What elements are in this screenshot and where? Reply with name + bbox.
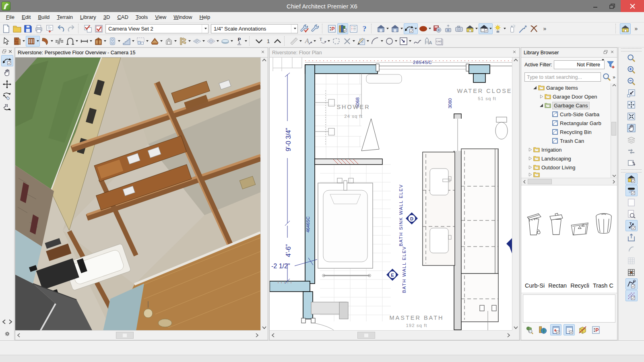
delete-tools-button[interactable]	[528, 23, 539, 34]
combo-arrow-icon[interactable]	[202, 25, 208, 33]
expander-closed-icon[interactable]	[528, 156, 532, 160]
menu-view[interactable]: View	[151, 13, 170, 21]
grid-snap-button[interactable]	[625, 267, 638, 278]
floorplan-panel-titlebar[interactable]: Riverstone: Floor Plan	[270, 48, 519, 58]
next-view-button[interactable]	[8, 319, 12, 326]
expander-closed-icon[interactable]	[528, 148, 532, 152]
library-float-button[interactable]	[603, 49, 608, 56]
roof-tool-button[interactable]	[149, 36, 163, 47]
tree-item-rectangular-garbage[interactable]: Rectangular Garb	[521, 119, 617, 128]
zoom-in-button[interactable]	[625, 64, 638, 75]
library-close-button[interactable]	[610, 49, 615, 56]
dormer-tool-button[interactable]	[163, 36, 178, 47]
save-camera-button[interactable]	[432, 23, 443, 34]
select-arrow-button[interactable]	[1, 36, 12, 47]
undo-zoom-button[interactable]	[625, 87, 638, 99]
tree-item-partial[interactable]	[521, 172, 617, 177]
menu-3d[interactable]: 3D	[100, 13, 114, 21]
delete-object-button[interactable]	[342, 36, 356, 47]
minimize-button[interactable]	[587, 0, 604, 12]
menu-window[interactable]: Window	[170, 13, 196, 21]
terrain-tool-button[interactable]	[220, 36, 234, 47]
wall-tool-button[interactable]	[12, 36, 26, 47]
tree-item-irrigation[interactable]: Irrigation	[521, 145, 617, 154]
select-objects-toggle-button[interactable]	[83, 23, 93, 34]
menu-terrain[interactable]: Terrain	[53, 13, 76, 21]
tree-item-trash-can[interactable]: Trash Can	[521, 136, 617, 145]
undo-button[interactable]	[55, 23, 66, 34]
window-tool-button[interactable]	[79, 36, 93, 47]
save-button[interactable]	[23, 23, 33, 34]
curb-side-can-drawing[interactable]	[525, 209, 543, 238]
dimension-tool-button[interactable]	[289, 36, 303, 47]
polyline-toggle-button[interactable]	[625, 278, 638, 290]
text-tool-button[interactable]	[303, 36, 317, 47]
rectangular-can-drawing[interactable]	[547, 210, 566, 238]
tree-item-outdoor-living[interactable]: Outdoor Living	[521, 163, 617, 172]
expander-open-icon[interactable]	[533, 86, 537, 90]
perspective-vertical-scrollbar[interactable]	[260, 58, 268, 330]
fill-window-button[interactable]	[625, 99, 638, 110]
electrical-tool-button[interactable]	[107, 36, 121, 47]
active-defaults-button[interactable]	[299, 23, 310, 34]
zoom-out-button[interactable]	[625, 76, 638, 87]
page-preview-button[interactable]	[625, 208, 638, 220]
tree-horizontal-scrollbar[interactable]	[521, 178, 617, 185]
camera-path-button[interactable]	[404, 23, 418, 34]
menu-library[interactable]: Library	[76, 13, 100, 21]
perspective-3d-canvas[interactable]	[15, 58, 260, 330]
grid-display-button[interactable]	[625, 255, 638, 266]
orthographic-view-button[interactable]	[376, 23, 390, 34]
combo-arrow-icon[interactable]	[291, 25, 297, 33]
exterior-view-button[interactable]	[464, 23, 479, 34]
edit-toggle-button[interactable]	[93, 23, 104, 34]
search-button[interactable]	[602, 72, 611, 82]
recycling-bin-drawing[interactable]	[570, 218, 590, 238]
floorplan-close-button[interactable]	[512, 49, 517, 56]
swap-views-button[interactable]	[625, 146, 638, 157]
spray-render-button[interactable]	[507, 23, 518, 34]
layers-button[interactable]	[625, 134, 638, 145]
box-tool-button[interactable]	[398, 36, 412, 47]
add-filter-button[interactable]	[606, 60, 615, 69]
curved-wall-tool-button[interactable]	[40, 36, 54, 47]
rays-toggle-button[interactable]	[625, 290, 638, 301]
zoom-tool-button[interactable]	[625, 52, 638, 64]
library-globe-button[interactable]	[537, 324, 548, 335]
tree-item-garage-items[interactable]: Garage Items	[521, 83, 617, 92]
floorplan-vertical-scrollbar[interactable]	[512, 58, 519, 330]
fixture-tool-button[interactable]	[135, 36, 149, 47]
wall-break-button[interactable]	[54, 36, 65, 47]
print-button[interactable]	[33, 23, 44, 34]
help-button[interactable]	[359, 23, 370, 34]
point-marker-tool-button[interactable]	[234, 36, 248, 47]
settings-gear-button[interactable]	[4, 331, 10, 337]
new-button[interactable]	[1, 23, 12, 34]
framing-tool-button[interactable]	[178, 36, 192, 47]
menu-build[interactable]: Build	[34, 13, 53, 21]
toolbar-overflow-button[interactable]: »	[539, 23, 550, 34]
menu-help[interactable]: Help	[196, 13, 214, 21]
circle-tool-button[interactable]	[384, 36, 398, 47]
perspective-view-button[interactable]	[390, 23, 404, 34]
toolbar-drag-handle[interactable]	[621, 169, 642, 173]
expander-closed-icon[interactable]	[539, 95, 543, 99]
tree-item-recycling-bin[interactable]: Recycling Bin	[521, 128, 617, 136]
copy-view-button[interactable]	[625, 157, 638, 169]
scrollbar-thumb[interactable]	[116, 332, 134, 339]
render-toggle-button[interactable]	[625, 185, 638, 196]
elevation-camera-button[interactable]	[443, 23, 454, 34]
restore-button[interactable]	[604, 0, 621, 12]
pan-window-button[interactable]	[625, 122, 638, 134]
scale-annotations-combo[interactable]: 1/4" Scale Annotations	[211, 24, 298, 33]
menu-tools[interactable]: Tools	[132, 13, 151, 21]
library-preferences-button[interactable]	[590, 324, 601, 335]
toolbar-drag-handle[interactable]	[621, 48, 642, 51]
layout-template-button[interactable]	[620, 23, 631, 34]
close-button[interactable]	[621, 0, 644, 12]
sound-button[interactable]	[625, 243, 638, 255]
expander-closed-icon[interactable]	[528, 165, 532, 169]
tree-item-garbage-cans[interactable]: Garbage Cans	[521, 101, 617, 110]
default-settings-button[interactable]	[310, 23, 321, 34]
cabinet-tool-button[interactable]	[93, 36, 107, 47]
